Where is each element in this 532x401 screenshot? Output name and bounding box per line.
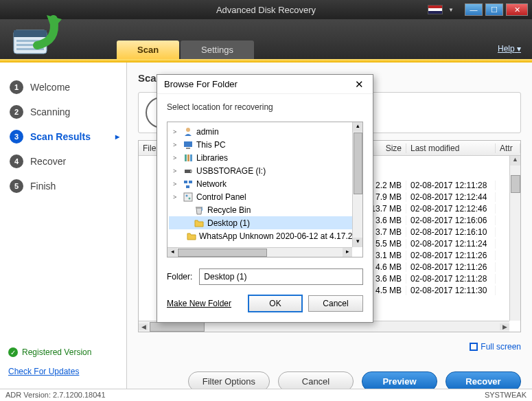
tree-item-label: Libraries [196,153,228,163]
tree-item-usbstorage-i-[interactable]: >USBSTORAGE (I:) [169,164,361,177]
tree-item-label: Network [196,179,227,189]
bin-icon [194,205,205,215]
scroll-left-icon[interactable]: ◂ [167,248,177,257]
folder-input[interactable] [199,268,363,285]
net-icon [183,179,194,189]
scroll-thumb[interactable] [178,249,267,257]
app-logo-icon [4,7,66,62]
pc-icon [183,140,194,150]
svg-rect-7 [186,148,190,149]
folder-icon [194,218,205,228]
tree-vertical-scrollbar[interactable]: ▴ ▾ [352,122,362,247]
tree-item-recycle-bin[interactable]: Recycle Bin [169,203,361,216]
scroll-thumb[interactable] [354,133,362,194]
svg-point-5 [186,128,190,132]
expand-icon[interactable]: > [173,194,180,200]
tree-item-desktop-1-[interactable]: Desktop (1) [169,216,361,229]
tree-item-admin[interactable]: >admin [169,125,361,138]
dialog-title: Browse For Folder [164,79,238,89]
svg-rect-10 [190,154,192,161]
tree-item-libraries[interactable]: >Libraries [169,151,361,164]
tree-item-whatsapp-unknown-2020-06[interactable]: WhatsApp Unknown 2020-06-12 at 4.17.26 P [169,229,361,242]
usb-icon [183,166,194,176]
expand-icon[interactable]: > [173,141,180,148]
svg-rect-13 [184,181,187,183]
user-icon [183,127,194,137]
svg-point-17 [186,194,188,196]
folder-tree[interactable]: >admin>This PC>Libraries>USBSTORAGE (I:)… [167,122,363,257]
dialog-cancel-button[interactable]: Cancel [308,295,363,312]
tree-item-label: Control Panel [196,192,246,202]
tree-item-this-pc[interactable]: >This PC [169,138,361,151]
tree-item-label: This PC [196,140,226,150]
tree-horizontal-scrollbar[interactable]: ◂ ▸ [167,247,352,257]
svg-rect-1 [14,30,47,37]
dialog-overlay: Browse For Folder ✕ Select location for … [0,0,532,401]
svg-rect-9 [187,154,189,161]
expand-icon[interactable]: > [173,181,180,187]
expand-icon[interactable]: > [173,128,180,135]
cp-icon [183,192,194,202]
svg-rect-14 [189,181,192,183]
expand-icon[interactable]: > [173,154,180,161]
svg-rect-12 [190,170,192,172]
svg-point-18 [189,197,191,199]
tree-item-label: admin [196,127,219,137]
lib-icon [183,153,194,163]
scroll-down-icon[interactable]: ▾ [353,238,362,247]
dialog-instruction: Select location for recovering [167,102,363,112]
scroll-up-icon[interactable]: ▴ [353,122,362,132]
svg-rect-16 [184,193,192,201]
tree-item-network[interactable]: >Network [169,177,361,190]
make-new-folder-button[interactable]: Make New Folder [167,299,231,308]
expand-icon[interactable]: > [173,168,180,174]
tree-item-label: Recycle Bin [207,205,251,215]
browse-folder-dialog: Browse For Folder ✕ Select location for … [157,74,373,323]
svg-rect-6 [184,141,192,147]
tree-item-label: Desktop (1) [207,218,250,228]
folder-icon [187,231,196,241]
folder-label: Folder: [167,272,192,282]
tree-item-control-panel[interactable]: >Control Panel [169,190,361,203]
dialog-close-button[interactable]: ✕ [352,78,366,91]
tree-item-label: USBSTORAGE (I:) [196,166,266,176]
scroll-right-icon[interactable]: ▸ [343,248,352,257]
svg-rect-15 [186,185,189,188]
tree-item-label: WhatsApp Unknown 2020-06-12 at 4.17.26 P [199,231,363,241]
ok-button[interactable]: OK [248,295,303,312]
svg-rect-8 [185,154,187,161]
